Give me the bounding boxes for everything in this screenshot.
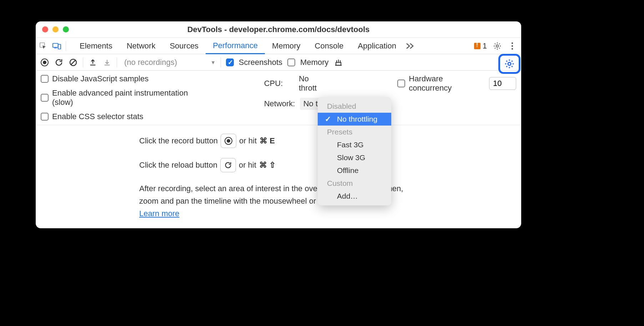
close-window-button[interactable] xyxy=(42,26,48,32)
window-title: DevTools - developer.chrome.com/docs/dev… xyxy=(187,25,370,34)
tab-elements[interactable]: Elements xyxy=(72,38,120,54)
svg-point-7 xyxy=(512,48,513,49)
enable-paint-checkbox[interactable] xyxy=(41,94,49,102)
minimize-window-button[interactable] xyxy=(52,26,59,32)
dropdown-item-no-throttling[interactable]: No throttling xyxy=(318,113,391,126)
garbage-collect-icon[interactable] xyxy=(334,58,343,67)
settings-gear-icon[interactable] xyxy=(493,41,502,51)
record-button[interactable] xyxy=(40,58,49,67)
disable-js-samples-checkbox[interactable] xyxy=(41,75,49,83)
tab-sources[interactable]: Sources xyxy=(162,38,206,54)
panel-tab-row: Elements Network Sources Performance Mem… xyxy=(36,38,521,54)
svg-line-9 xyxy=(71,60,75,65)
reload-button-inline[interactable] xyxy=(220,158,236,172)
tab-application[interactable]: Application xyxy=(351,38,403,54)
enable-css-stats-label: Enable CSS selector stats xyxy=(52,112,144,121)
dropdown-group-custom: Custom xyxy=(318,177,391,190)
network-throttle-dropdown: Disabled No throttling Presets Fast 3G S… xyxy=(318,97,391,205)
maximize-window-button[interactable] xyxy=(63,26,69,32)
recordings-dropdown-label[interactable]: (no recordings) xyxy=(124,58,177,67)
network-throttle-label: Network: xyxy=(264,99,296,108)
toggle-device-toolbar-icon[interactable] xyxy=(52,41,61,51)
dropdown-group-disabled: Disabled xyxy=(318,100,391,113)
clear-button[interactable] xyxy=(69,58,78,67)
record-button-inline[interactable] xyxy=(221,134,236,148)
memory-label: Memory xyxy=(300,58,328,67)
svg-rect-2 xyxy=(54,47,57,48)
capture-settings-panel: Disable JavaScript samples Enable advanc… xyxy=(36,71,521,125)
screenshots-checkbox[interactable] xyxy=(226,58,234,66)
cpu-throttle-select[interactable]: No thrott xyxy=(299,74,328,93)
divider xyxy=(117,57,117,67)
title-bar: DevTools - developer.chrome.com/docs/dev… xyxy=(36,21,521,38)
gear-icon xyxy=(504,59,514,69)
hardware-concurrency-input[interactable] xyxy=(489,77,516,90)
learn-more-link[interactable]: Learn more xyxy=(139,209,180,218)
hardware-concurrency-label: Hardware concurrency xyxy=(409,74,485,93)
dropdown-item-offline[interactable]: Offline xyxy=(318,164,391,177)
warning-count: 1 xyxy=(483,41,487,51)
hardware-concurrency-checkbox[interactable] xyxy=(397,80,405,87)
devtools-window: DevTools - developer.chrome.com/docs/dev… xyxy=(36,21,521,228)
more-tabs-icon[interactable] xyxy=(406,41,415,51)
divider xyxy=(66,41,66,51)
divider xyxy=(83,57,83,67)
inspect-element-icon[interactable] xyxy=(39,41,48,51)
instructions-panel: Click the record button or hit ⌘ E ding.… xyxy=(36,125,521,220)
traffic-lights xyxy=(42,26,69,32)
svg-point-4 xyxy=(496,45,498,47)
memory-checkbox[interactable] xyxy=(287,58,295,66)
divider xyxy=(221,57,221,67)
svg-rect-1 xyxy=(53,43,58,47)
svg-point-6 xyxy=(512,45,513,46)
disable-js-samples-label: Disable JavaScript samples xyxy=(52,74,149,83)
dropdown-item-add[interactable]: Add… xyxy=(318,190,391,203)
enable-paint-label: Enable advanced paint instrumentation (s… xyxy=(52,88,207,107)
dropdown-item-fast-3g[interactable]: Fast 3G xyxy=(318,138,391,151)
warning-icon xyxy=(474,43,481,49)
recordings-dropdown-arrow-icon[interactable]: ▼ xyxy=(211,60,216,65)
tab-console[interactable]: Console xyxy=(308,38,351,54)
tab-network[interactable]: Network xyxy=(120,38,163,54)
warnings-indicator[interactable]: 1 xyxy=(474,41,487,51)
dropdown-group-presets: Presets xyxy=(318,126,391,138)
dropdown-item-slow-3g[interactable]: Slow 3G xyxy=(318,151,391,164)
svg-point-5 xyxy=(512,42,513,44)
kebab-menu-icon[interactable] xyxy=(508,41,517,51)
svg-point-12 xyxy=(508,62,511,65)
screenshots-label: Screenshots xyxy=(239,58,282,67)
upload-profile-button[interactable] xyxy=(88,58,97,67)
enable-css-stats-checkbox[interactable] xyxy=(41,113,49,121)
performance-toolbar: (no recordings) ▼ Screenshots Memory xyxy=(36,54,521,71)
svg-rect-3 xyxy=(58,44,61,49)
tab-memory[interactable]: Memory xyxy=(265,38,307,54)
cpu-throttle-label: CPU: xyxy=(264,79,295,88)
reload-record-button[interactable] xyxy=(54,58,64,67)
download-profile-button[interactable] xyxy=(102,58,112,67)
tab-performance[interactable]: Performance xyxy=(206,38,265,54)
